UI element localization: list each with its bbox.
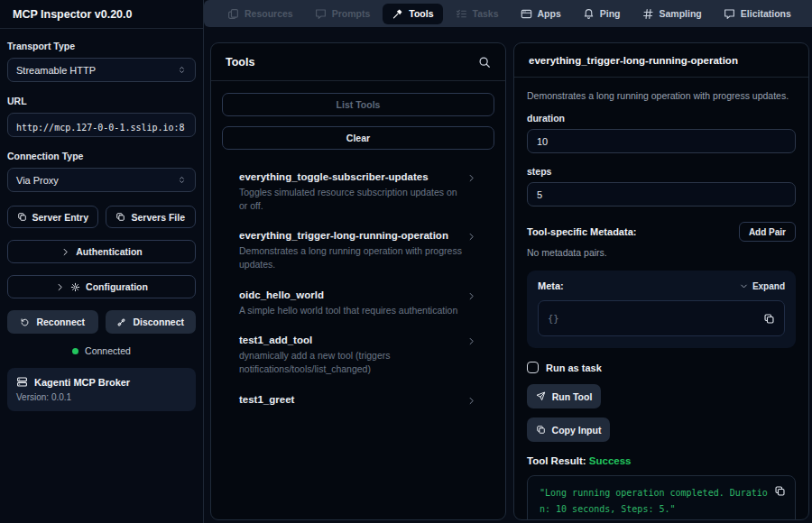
run-as-task-checkbox[interactable] — [527, 362, 539, 373]
servers-file-label: Servers File — [131, 212, 185, 223]
copy-result-button[interactable] — [774, 485, 786, 497]
tab-resources[interactable]: Resources — [218, 4, 302, 24]
tools-panel-title: Tools — [226, 56, 254, 69]
copy-icon — [763, 313, 775, 325]
transport-type-label: Transport Type — [7, 41, 196, 51]
tab-prompts[interactable]: Prompts — [306, 4, 380, 24]
authentication-toggle[interactable]: Authentication — [7, 240, 196, 263]
sidebar: MCP Inspector v0.20.0 Transport Type Str… — [0, 0, 204, 523]
chevron-right-icon — [466, 232, 476, 242]
connection-type-label: Connection Type — [7, 151, 196, 161]
url-label: URL — [7, 96, 196, 106]
detail-description: Demonstrates a long running operation wi… — [527, 90, 796, 101]
server-icon — [16, 376, 28, 388]
disconnect-button[interactable]: Disconnect — [106, 310, 197, 334]
list-tools-label: List Tools — [337, 99, 381, 110]
tool-detail-panel: everything_trigger-long-running-operatio… — [513, 42, 809, 520]
tab-label: Prompts — [332, 8, 371, 19]
configuration-toggle[interactable]: Configuration — [7, 275, 196, 298]
bell-icon — [583, 8, 595, 20]
reconnect-label: Reconnect — [36, 317, 85, 327]
tool-description: A simple hello world tool that requires … — [239, 304, 466, 317]
mcp-inspector-app: MCP Inspector v0.20.0 Transport Type Str… — [0, 0, 812, 523]
tool-list-item[interactable]: everything_toggle-subscriber-updates Tog… — [239, 171, 476, 212]
tab-label: Elicitations — [741, 8, 791, 19]
tool-name: everything_trigger-long-running-operatio… — [239, 230, 466, 241]
tool-result-text: "Long running operation completed. Durat… — [540, 485, 770, 517]
disconnect-label: Disconnect — [133, 317, 184, 327]
list-tools-button[interactable]: List Tools — [222, 93, 494, 116]
tool-result-status: Success — [589, 455, 632, 466]
detail-title: everything_trigger-long-running-operatio… — [529, 55, 738, 66]
tab-elicitations[interactable]: Elicitations — [715, 4, 800, 24]
connection-status: Connected — [7, 345, 196, 356]
server-version: Version: 0.0.1 — [16, 392, 187, 402]
tool-list: everything_toggle-subscriber-updates Tog… — [222, 171, 494, 412]
tool-name: oidc_hello_world — [239, 289, 466, 300]
main-area: Resources Prompts Tools Tasks Apps Ping — [204, 0, 812, 523]
chevron-right-icon — [55, 282, 65, 292]
tool-description: Demonstrates a long running operation wi… — [239, 244, 466, 271]
tool-list-item[interactable]: test1_greet .. — [239, 394, 476, 412]
tools-panel: Tools List Tools Clear everything_toggle… — [210, 42, 506, 520]
tab-tools[interactable]: Tools — [383, 4, 442, 24]
add-pair-button[interactable]: Add Pair — [739, 222, 796, 242]
search-icon[interactable] — [478, 56, 491, 69]
status-dot — [72, 348, 78, 354]
chevron-right-icon — [466, 173, 476, 183]
list-checks-icon — [456, 8, 467, 20]
tool-description: dynamically add a new tool (triggers not… — [239, 349, 466, 375]
meta-expand-toggle[interactable]: Expand — [739, 281, 785, 291]
run-as-task-row[interactable]: Run as task — [527, 362, 796, 373]
chevron-right-icon — [466, 336, 476, 346]
steps-input[interactable] — [527, 182, 796, 206]
run-as-task-label: Run as task — [546, 362, 602, 373]
tab-sampling[interactable]: Sampling — [633, 4, 711, 24]
duration-input[interactable] — [527, 129, 796, 153]
files-icon — [227, 8, 239, 20]
tab-label: Tasks — [473, 8, 499, 19]
expand-label: Expand — [752, 281, 785, 291]
tool-name: test1_add_tool — [239, 335, 466, 345]
server-name: Kagenti MCP Broker — [34, 377, 130, 388]
tab-apps[interactable]: Apps — [512, 4, 570, 24]
tab-ping[interactable]: Ping — [574, 4, 630, 24]
unplug-icon — [116, 317, 126, 327]
chevrons-up-down-icon — [177, 65, 187, 75]
metadata-label: Tool-specific Metadata: — [527, 226, 636, 237]
meta-card: Meta: Expand {} — [527, 271, 796, 348]
run-tool-label: Run Tool — [552, 391, 593, 402]
tab-label: Resources — [245, 8, 293, 19]
add-pair-label: Add Pair — [749, 227, 786, 237]
copy-meta-button[interactable] — [763, 313, 775, 325]
copy-input-button[interactable]: Copy Input — [527, 417, 610, 442]
app-window-icon — [521, 8, 532, 20]
run-tool-button[interactable]: Run Tool — [527, 384, 601, 408]
message-icon — [724, 8, 735, 20]
tab-label: Apps — [538, 8, 561, 19]
tool-result-line: Tool Result: Success — [527, 455, 796, 466]
transport-type-select[interactable]: Streamable HTTP — [7, 58, 196, 82]
duration-label: duration — [527, 113, 796, 124]
tool-list-item[interactable]: test1_add_tool dynamically add a new too… — [239, 335, 476, 375]
copy-input-label: Copy Input — [552, 425, 602, 436]
send-icon — [536, 391, 546, 401]
reconnect-button[interactable]: Reconnect — [7, 310, 98, 334]
servers-file-button[interactable]: Servers File — [106, 206, 197, 228]
tab-tasks[interactable]: Tasks — [447, 4, 508, 24]
message-icon — [315, 8, 327, 20]
connection-type-select[interactable]: Via Proxy — [7, 168, 196, 192]
tool-name: test1_greet — [239, 394, 466, 405]
configuration-label: Configuration — [86, 281, 148, 292]
tool-list-item[interactable]: everything_trigger-long-running-operatio… — [239, 230, 476, 271]
chevron-down-icon — [739, 281, 749, 291]
connection-type-value: Via Proxy — [16, 175, 59, 186]
server-entry-button[interactable]: Server Entry — [7, 206, 98, 228]
url-input[interactable] — [7, 113, 196, 137]
chevrons-up-down-icon — [177, 175, 187, 185]
tab-roots[interactable]: Roots — [804, 4, 812, 24]
clear-button[interactable]: Clear — [222, 126, 494, 150]
tool-name: everything_toggle-subscriber-updates — [239, 171, 466, 182]
chevron-right-icon — [466, 291, 476, 301]
tool-list-item[interactable]: oidc_hello_world A simple hello world to… — [239, 289, 476, 317]
